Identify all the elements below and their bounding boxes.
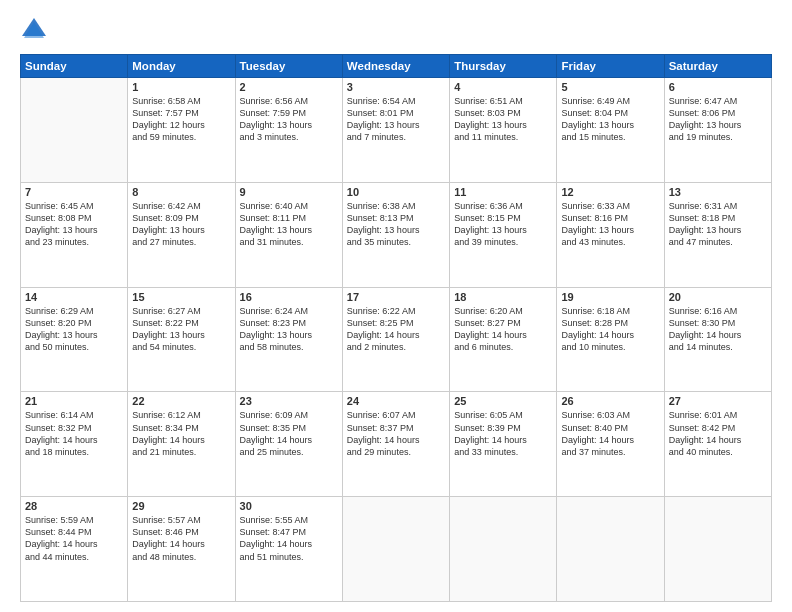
day-number: 9 — [240, 186, 338, 198]
weekday-header: Tuesday — [235, 55, 342, 78]
calendar-cell: 25Sunrise: 6:05 AMSunset: 8:39 PMDayligh… — [450, 392, 557, 497]
day-info: Sunrise: 5:59 AMSunset: 8:44 PMDaylight:… — [25, 514, 123, 563]
weekday-header: Monday — [128, 55, 235, 78]
calendar-cell — [450, 497, 557, 602]
day-info: Sunrise: 6:47 AMSunset: 8:06 PMDaylight:… — [669, 95, 767, 144]
calendar-cell: 18Sunrise: 6:20 AMSunset: 8:27 PMDayligh… — [450, 287, 557, 392]
calendar-cell: 6Sunrise: 6:47 AMSunset: 8:06 PMDaylight… — [664, 78, 771, 183]
calendar-cell: 23Sunrise: 6:09 AMSunset: 8:35 PMDayligh… — [235, 392, 342, 497]
day-number: 16 — [240, 291, 338, 303]
calendar-cell: 22Sunrise: 6:12 AMSunset: 8:34 PMDayligh… — [128, 392, 235, 497]
day-number: 17 — [347, 291, 445, 303]
day-info: Sunrise: 6:16 AMSunset: 8:30 PMDaylight:… — [669, 305, 767, 354]
day-info: Sunrise: 6:58 AMSunset: 7:57 PMDaylight:… — [132, 95, 230, 144]
calendar-week-row: 1Sunrise: 6:58 AMSunset: 7:57 PMDaylight… — [21, 78, 772, 183]
day-number: 7 — [25, 186, 123, 198]
calendar-cell: 30Sunrise: 5:55 AMSunset: 8:47 PMDayligh… — [235, 497, 342, 602]
calendar-cell — [664, 497, 771, 602]
day-number: 27 — [669, 395, 767, 407]
day-info: Sunrise: 6:05 AMSunset: 8:39 PMDaylight:… — [454, 409, 552, 458]
day-number: 12 — [561, 186, 659, 198]
day-number: 4 — [454, 81, 552, 93]
day-number: 28 — [25, 500, 123, 512]
calendar-cell: 2Sunrise: 6:56 AMSunset: 7:59 PMDaylight… — [235, 78, 342, 183]
calendar-cell: 4Sunrise: 6:51 AMSunset: 8:03 PMDaylight… — [450, 78, 557, 183]
day-info: Sunrise: 6:42 AMSunset: 8:09 PMDaylight:… — [132, 200, 230, 249]
calendar-week-row: 21Sunrise: 6:14 AMSunset: 8:32 PMDayligh… — [21, 392, 772, 497]
calendar-cell: 26Sunrise: 6:03 AMSunset: 8:40 PMDayligh… — [557, 392, 664, 497]
day-number: 3 — [347, 81, 445, 93]
day-info: Sunrise: 6:14 AMSunset: 8:32 PMDaylight:… — [25, 409, 123, 458]
day-number: 6 — [669, 81, 767, 93]
calendar-cell: 12Sunrise: 6:33 AMSunset: 8:16 PMDayligh… — [557, 182, 664, 287]
day-number: 29 — [132, 500, 230, 512]
day-info: Sunrise: 6:36 AMSunset: 8:15 PMDaylight:… — [454, 200, 552, 249]
day-number: 11 — [454, 186, 552, 198]
day-info: Sunrise: 6:12 AMSunset: 8:34 PMDaylight:… — [132, 409, 230, 458]
calendar-cell: 27Sunrise: 6:01 AMSunset: 8:42 PMDayligh… — [664, 392, 771, 497]
calendar-cell: 3Sunrise: 6:54 AMSunset: 8:01 PMDaylight… — [342, 78, 449, 183]
day-number: 22 — [132, 395, 230, 407]
day-info: Sunrise: 6:49 AMSunset: 8:04 PMDaylight:… — [561, 95, 659, 144]
calendar-cell: 21Sunrise: 6:14 AMSunset: 8:32 PMDayligh… — [21, 392, 128, 497]
day-number: 13 — [669, 186, 767, 198]
day-number: 23 — [240, 395, 338, 407]
day-info: Sunrise: 6:38 AMSunset: 8:13 PMDaylight:… — [347, 200, 445, 249]
day-info: Sunrise: 6:24 AMSunset: 8:23 PMDaylight:… — [240, 305, 338, 354]
calendar-body: 1Sunrise: 6:58 AMSunset: 7:57 PMDaylight… — [21, 78, 772, 602]
weekday-header: Wednesday — [342, 55, 449, 78]
day-number: 14 — [25, 291, 123, 303]
calendar-cell: 10Sunrise: 6:38 AMSunset: 8:13 PMDayligh… — [342, 182, 449, 287]
day-info: Sunrise: 6:07 AMSunset: 8:37 PMDaylight:… — [347, 409, 445, 458]
day-number: 21 — [25, 395, 123, 407]
header — [20, 16, 772, 44]
calendar-table: SundayMondayTuesdayWednesdayThursdayFrid… — [20, 54, 772, 602]
day-number: 20 — [669, 291, 767, 303]
day-number: 10 — [347, 186, 445, 198]
weekday-header: Saturday — [664, 55, 771, 78]
calendar-cell — [342, 497, 449, 602]
day-number: 18 — [454, 291, 552, 303]
calendar-cell: 16Sunrise: 6:24 AMSunset: 8:23 PMDayligh… — [235, 287, 342, 392]
calendar-cell: 13Sunrise: 6:31 AMSunset: 8:18 PMDayligh… — [664, 182, 771, 287]
day-info: Sunrise: 6:40 AMSunset: 8:11 PMDaylight:… — [240, 200, 338, 249]
day-number: 2 — [240, 81, 338, 93]
day-info: Sunrise: 6:29 AMSunset: 8:20 PMDaylight:… — [25, 305, 123, 354]
calendar-cell: 1Sunrise: 6:58 AMSunset: 7:57 PMDaylight… — [128, 78, 235, 183]
calendar-cell — [557, 497, 664, 602]
weekday-header-row: SundayMondayTuesdayWednesdayThursdayFrid… — [21, 55, 772, 78]
calendar-cell: 8Sunrise: 6:42 AMSunset: 8:09 PMDaylight… — [128, 182, 235, 287]
day-info: Sunrise: 6:01 AMSunset: 8:42 PMDaylight:… — [669, 409, 767, 458]
calendar-cell: 11Sunrise: 6:36 AMSunset: 8:15 PMDayligh… — [450, 182, 557, 287]
logo — [20, 16, 52, 44]
day-info: Sunrise: 6:56 AMSunset: 7:59 PMDaylight:… — [240, 95, 338, 144]
day-info: Sunrise: 6:27 AMSunset: 8:22 PMDaylight:… — [132, 305, 230, 354]
day-info: Sunrise: 6:31 AMSunset: 8:18 PMDaylight:… — [669, 200, 767, 249]
day-info: Sunrise: 6:45 AMSunset: 8:08 PMDaylight:… — [25, 200, 123, 249]
day-number: 15 — [132, 291, 230, 303]
calendar-cell: 20Sunrise: 6:16 AMSunset: 8:30 PMDayligh… — [664, 287, 771, 392]
day-info: Sunrise: 6:18 AMSunset: 8:28 PMDaylight:… — [561, 305, 659, 354]
calendar-cell: 19Sunrise: 6:18 AMSunset: 8:28 PMDayligh… — [557, 287, 664, 392]
weekday-header: Thursday — [450, 55, 557, 78]
calendar-cell: 14Sunrise: 6:29 AMSunset: 8:20 PMDayligh… — [21, 287, 128, 392]
calendar-cell: 9Sunrise: 6:40 AMSunset: 8:11 PMDaylight… — [235, 182, 342, 287]
calendar-week-row: 14Sunrise: 6:29 AMSunset: 8:20 PMDayligh… — [21, 287, 772, 392]
calendar-cell: 24Sunrise: 6:07 AMSunset: 8:37 PMDayligh… — [342, 392, 449, 497]
weekday-header: Sunday — [21, 55, 128, 78]
calendar-week-row: 7Sunrise: 6:45 AMSunset: 8:08 PMDaylight… — [21, 182, 772, 287]
day-info: Sunrise: 5:57 AMSunset: 8:46 PMDaylight:… — [132, 514, 230, 563]
weekday-header: Friday — [557, 55, 664, 78]
day-number: 8 — [132, 186, 230, 198]
page: SundayMondayTuesdayWednesdayThursdayFrid… — [0, 0, 792, 612]
day-info: Sunrise: 6:33 AMSunset: 8:16 PMDaylight:… — [561, 200, 659, 249]
calendar-cell: 17Sunrise: 6:22 AMSunset: 8:25 PMDayligh… — [342, 287, 449, 392]
day-number: 1 — [132, 81, 230, 93]
day-number: 19 — [561, 291, 659, 303]
day-number: 26 — [561, 395, 659, 407]
calendar-cell: 29Sunrise: 5:57 AMSunset: 8:46 PMDayligh… — [128, 497, 235, 602]
logo-icon — [20, 16, 48, 44]
day-info: Sunrise: 6:54 AMSunset: 8:01 PMDaylight:… — [347, 95, 445, 144]
day-number: 24 — [347, 395, 445, 407]
day-info: Sunrise: 6:09 AMSunset: 8:35 PMDaylight:… — [240, 409, 338, 458]
